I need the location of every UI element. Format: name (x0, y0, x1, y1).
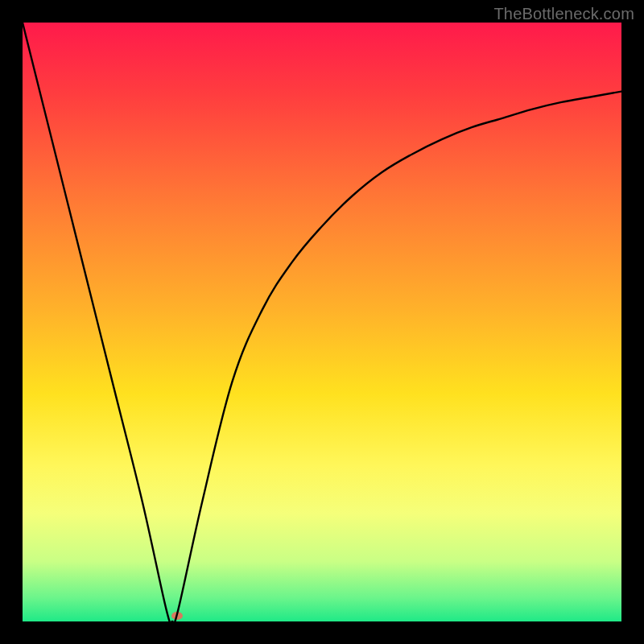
plot-area (23, 23, 621, 621)
chart-container: TheBottleneck.com (0, 0, 644, 644)
bottleneck-curve (23, 23, 621, 621)
watermark-text: TheBottleneck.com (493, 5, 634, 23)
